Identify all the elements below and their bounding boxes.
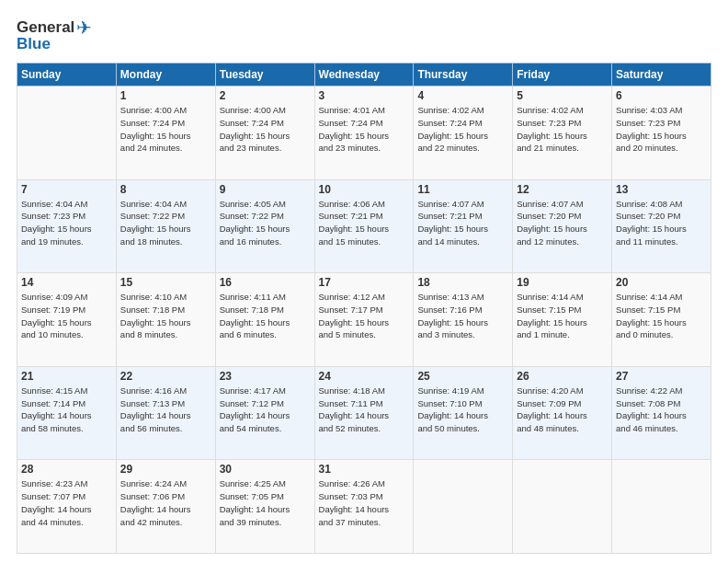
day-number: 22 xyxy=(120,370,211,383)
page: General ✈ Blue SundayMondayTuesdayWednes… xyxy=(0,0,728,563)
day-info: Sunrise: 4:22 AM Sunset: 7:08 PM Dayligh… xyxy=(616,385,707,435)
day-number: 9 xyxy=(220,183,311,196)
calendar-cell: 27Sunrise: 4:22 AM Sunset: 7:08 PM Dayli… xyxy=(612,366,711,460)
day-info: Sunrise: 4:04 AM Sunset: 7:23 PM Dayligh… xyxy=(21,198,112,248)
day-info: Sunrise: 4:06 AM Sunset: 7:21 PM Dayligh… xyxy=(319,198,410,248)
day-number: 29 xyxy=(120,463,211,476)
day-info: Sunrise: 4:00 AM Sunset: 7:24 PM Dayligh… xyxy=(120,104,211,155)
day-number: 13 xyxy=(616,183,707,196)
day-info: Sunrise: 4:23 AM Sunset: 7:07 PM Dayligh… xyxy=(21,477,112,528)
day-info: Sunrise: 4:15 AM Sunset: 7:14 PM Dayligh… xyxy=(21,385,112,435)
day-number: 10 xyxy=(319,183,410,196)
day-info: Sunrise: 4:12 AM Sunset: 7:17 PM Dayligh… xyxy=(319,291,410,341)
day-number: 28 xyxy=(21,463,112,476)
day-info: Sunrise: 4:17 AM Sunset: 7:12 PM Dayligh… xyxy=(220,385,311,435)
day-info: Sunrise: 4:24 AM Sunset: 7:06 PM Dayligh… xyxy=(120,477,211,528)
calendar-cell: 20Sunrise: 4:14 AM Sunset: 7:15 PM Dayli… xyxy=(612,273,711,367)
calendar-cell: 30Sunrise: 4:25 AM Sunset: 7:05 PM Dayli… xyxy=(215,460,314,554)
day-number: 8 xyxy=(120,183,211,196)
calendar-cell: 15Sunrise: 4:10 AM Sunset: 7:18 PM Dayli… xyxy=(116,273,215,367)
day-info: Sunrise: 4:25 AM Sunset: 7:05 PM Dayligh… xyxy=(220,477,311,528)
calendar-cell: 17Sunrise: 4:12 AM Sunset: 7:17 PM Dayli… xyxy=(314,273,414,367)
calendar-header-row: SundayMondayTuesdayWednesdayThursdayFrid… xyxy=(17,63,711,86)
day-info: Sunrise: 4:20 AM Sunset: 7:09 PM Dayligh… xyxy=(517,385,608,435)
day-number: 14 xyxy=(21,276,112,289)
day-number: 27 xyxy=(616,370,707,383)
day-number: 4 xyxy=(417,89,508,102)
day-number: 21 xyxy=(21,370,112,383)
day-number: 15 xyxy=(120,276,211,289)
calendar-cell: 7Sunrise: 4:04 AM Sunset: 7:23 PM Daylig… xyxy=(17,179,117,273)
day-number: 6 xyxy=(616,89,707,102)
calendar-col-header: Friday xyxy=(513,63,612,86)
day-number: 3 xyxy=(319,89,410,102)
day-number: 24 xyxy=(319,370,410,383)
day-number: 30 xyxy=(220,463,311,476)
day-number: 18 xyxy=(417,276,508,289)
calendar-cell: 12Sunrise: 4:07 AM Sunset: 7:20 PM Dayli… xyxy=(513,179,612,273)
day-info: Sunrise: 4:01 AM Sunset: 7:24 PM Dayligh… xyxy=(319,104,410,155)
day-number: 12 xyxy=(517,183,608,196)
calendar-cell xyxy=(513,460,612,554)
calendar-cell: 19Sunrise: 4:14 AM Sunset: 7:15 PM Dayli… xyxy=(513,273,612,367)
day-info: Sunrise: 4:11 AM Sunset: 7:18 PM Dayligh… xyxy=(220,291,311,341)
day-number: 7 xyxy=(21,183,112,196)
calendar-cell: 23Sunrise: 4:17 AM Sunset: 7:12 PM Dayli… xyxy=(215,366,314,460)
day-number: 17 xyxy=(319,276,410,289)
day-number: 19 xyxy=(517,276,608,289)
calendar-cell: 24Sunrise: 4:18 AM Sunset: 7:11 PM Dayli… xyxy=(314,366,414,460)
calendar-col-header: Thursday xyxy=(414,63,513,86)
calendar-cell: 5Sunrise: 4:02 AM Sunset: 7:23 PM Daylig… xyxy=(513,86,612,180)
day-info: Sunrise: 4:03 AM Sunset: 7:23 PM Dayligh… xyxy=(616,104,707,155)
day-number: 26 xyxy=(517,370,608,383)
calendar-cell: 18Sunrise: 4:13 AM Sunset: 7:16 PM Dayli… xyxy=(414,273,513,367)
calendar-cell: 26Sunrise: 4:20 AM Sunset: 7:09 PM Dayli… xyxy=(513,366,612,460)
calendar-cell: 16Sunrise: 4:11 AM Sunset: 7:18 PM Dayli… xyxy=(215,273,314,367)
calendar-col-header: Sunday xyxy=(17,63,117,86)
calendar-cell: 29Sunrise: 4:24 AM Sunset: 7:06 PM Dayli… xyxy=(116,460,215,554)
calendar-cell xyxy=(17,86,117,180)
calendar-col-header: Tuesday xyxy=(215,63,314,86)
day-info: Sunrise: 4:14 AM Sunset: 7:15 PM Dayligh… xyxy=(517,291,608,341)
day-number: 20 xyxy=(616,276,707,289)
calendar-cell: 22Sunrise: 4:16 AM Sunset: 7:13 PM Dayli… xyxy=(116,366,215,460)
calendar-cell: 1Sunrise: 4:00 AM Sunset: 7:24 PM Daylig… xyxy=(116,86,215,180)
day-info: Sunrise: 4:10 AM Sunset: 7:18 PM Dayligh… xyxy=(120,291,211,341)
day-number: 31 xyxy=(319,463,410,476)
day-info: Sunrise: 4:18 AM Sunset: 7:11 PM Dayligh… xyxy=(319,385,410,435)
logo-bird-icon: ✈ xyxy=(76,17,92,39)
day-info: Sunrise: 4:13 AM Sunset: 7:16 PM Dayligh… xyxy=(417,291,508,341)
day-number: 1 xyxy=(120,89,211,102)
day-info: Sunrise: 4:07 AM Sunset: 7:20 PM Dayligh… xyxy=(517,198,608,248)
day-info: Sunrise: 4:00 AM Sunset: 7:24 PM Dayligh… xyxy=(220,104,311,155)
logo: General ✈ Blue xyxy=(17,17,92,53)
calendar-cell: 9Sunrise: 4:05 AM Sunset: 7:22 PM Daylig… xyxy=(215,179,314,273)
calendar-cell xyxy=(414,460,513,554)
day-number: 11 xyxy=(417,183,508,196)
day-info: Sunrise: 4:09 AM Sunset: 7:19 PM Dayligh… xyxy=(21,291,112,341)
day-number: 2 xyxy=(220,89,311,102)
calendar-cell: 14Sunrise: 4:09 AM Sunset: 7:19 PM Dayli… xyxy=(17,273,117,367)
calendar-cell: 8Sunrise: 4:04 AM Sunset: 7:22 PM Daylig… xyxy=(116,179,215,273)
calendar-col-header: Wednesday xyxy=(314,63,414,86)
day-info: Sunrise: 4:26 AM Sunset: 7:03 PM Dayligh… xyxy=(319,477,410,528)
calendar-week-row: 7Sunrise: 4:04 AM Sunset: 7:23 PM Daylig… xyxy=(17,179,711,273)
day-info: Sunrise: 4:16 AM Sunset: 7:13 PM Dayligh… xyxy=(120,385,211,435)
day-info: Sunrise: 4:05 AM Sunset: 7:22 PM Dayligh… xyxy=(220,198,311,248)
calendar-col-header: Saturday xyxy=(612,63,711,86)
calendar-cell xyxy=(612,460,711,554)
calendar-cell: 21Sunrise: 4:15 AM Sunset: 7:14 PM Dayli… xyxy=(17,366,117,460)
day-info: Sunrise: 4:04 AM Sunset: 7:22 PM Dayligh… xyxy=(120,198,211,248)
calendar-cell: 11Sunrise: 4:07 AM Sunset: 7:21 PM Dayli… xyxy=(414,179,513,273)
day-info: Sunrise: 4:07 AM Sunset: 7:21 PM Dayligh… xyxy=(417,198,508,248)
calendar-week-row: 1Sunrise: 4:00 AM Sunset: 7:24 PM Daylig… xyxy=(17,86,711,180)
day-number: 25 xyxy=(417,370,508,383)
day-info: Sunrise: 4:14 AM Sunset: 7:15 PM Dayligh… xyxy=(616,291,707,341)
calendar-cell: 13Sunrise: 4:08 AM Sunset: 7:20 PM Dayli… xyxy=(612,179,711,273)
calendar-week-row: 14Sunrise: 4:09 AM Sunset: 7:19 PM Dayli… xyxy=(17,273,711,367)
day-info: Sunrise: 4:08 AM Sunset: 7:20 PM Dayligh… xyxy=(616,198,707,248)
logo-general-text: General xyxy=(17,18,74,37)
calendar-cell: 6Sunrise: 4:03 AM Sunset: 7:23 PM Daylig… xyxy=(612,86,711,180)
calendar-cell: 3Sunrise: 4:01 AM Sunset: 7:24 PM Daylig… xyxy=(314,86,414,180)
header: General ✈ Blue xyxy=(17,17,711,53)
